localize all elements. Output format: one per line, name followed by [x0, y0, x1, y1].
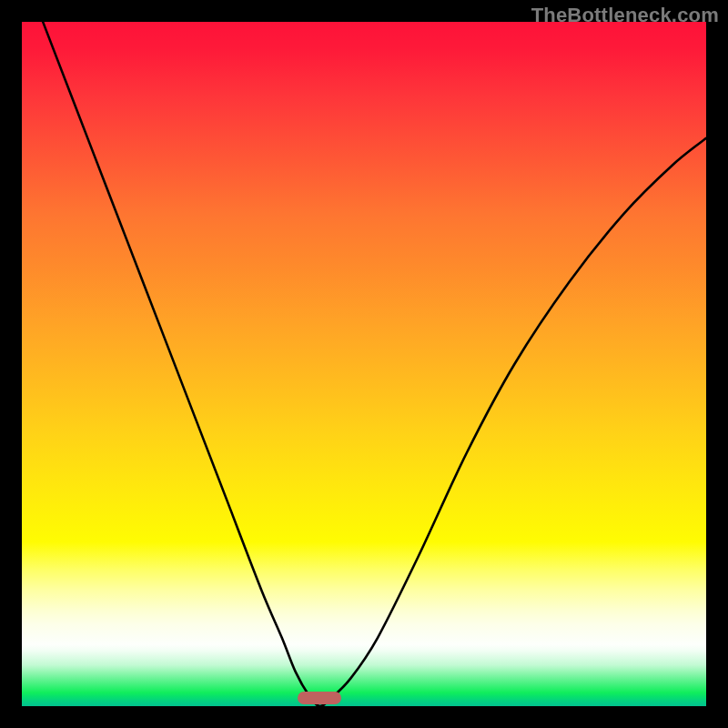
attribution-label: TheBottleneck.com: [531, 4, 719, 27]
plot-area: [22, 22, 706, 706]
curve-svg: [22, 22, 706, 706]
optimum-marker: [298, 692, 341, 704]
bottleneck-curve: [22, 22, 706, 706]
chart-frame: TheBottleneck.com: [0, 0, 728, 728]
